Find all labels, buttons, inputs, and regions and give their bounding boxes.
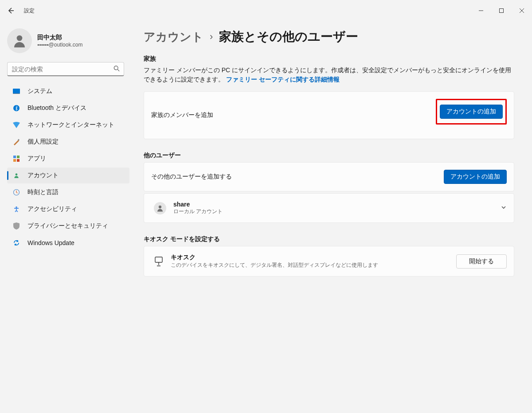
sidebar-item-personalization[interactable]: 個人用設定 [7, 134, 129, 150]
kiosk-description: このデバイスをキオスクにして、デジタル署名、対話型ディスプレイなどに使用します [171, 261, 378, 269]
minimize-icon [479, 8, 483, 13]
apps-icon [12, 155, 20, 163]
add-other-user-label: その他のユーザーを追加する [151, 173, 232, 181]
time-language-icon [12, 188, 20, 196]
svg-point-13 [16, 206, 17, 208]
kiosk-card: キオスク このデバイスをキオスクにして、デジタル署名、対話型ディスプレイなどに使… [144, 246, 514, 277]
svg-point-1 [17, 35, 23, 41]
add-other-account-button[interactable]: アカウントの追加 [444, 170, 507, 184]
sidebar-item-bluetooth[interactable]: Bluetooth とデバイス [7, 100, 129, 116]
sidebar-item-accounts[interactable]: アカウント [7, 168, 129, 183]
family-description: ファミリー メンバーがこの PC にサインインできるようにします。作成者は、安全… [144, 66, 514, 84]
highlight-annotation: アカウントの追加 [436, 99, 507, 125]
accessibility-icon [12, 205, 20, 213]
chevron-right-icon: › [210, 31, 213, 43]
nav-list: システム Bluetooth とデバイス ネットワークとインターネット 個人用設… [7, 83, 129, 251]
sidebar-item-label: アカウント [27, 171, 59, 179]
sidebar-item-time-language[interactable]: 時刻と言語 [7, 184, 129, 200]
personalization-icon [12, 138, 20, 146]
other-user-item[interactable]: share ローカル アカウント [144, 193, 514, 223]
svg-point-2 [114, 66, 118, 70]
sidebar-item-label: アプリ [27, 155, 46, 163]
svg-rect-9 [13, 159, 16, 162]
kiosk-heading: キオスク モードを設定する [144, 235, 514, 243]
person-icon [12, 33, 27, 49]
sidebar-item-label: 個人用設定 [27, 138, 59, 146]
system-icon [12, 87, 20, 95]
network-icon [12, 121, 20, 129]
sidebar-item-system[interactable]: システム [7, 83, 129, 99]
svg-rect-15 [155, 257, 162, 262]
close-button[interactable] [512, 4, 532, 18]
breadcrumb: アカウント › 家族とその他のユーザー [144, 28, 514, 45]
window-title: 設定 [24, 7, 35, 15]
content-area: アカウント › 家族とその他のユーザー 家族 ファミリー メンバーがこの PC … [133, 21, 532, 413]
profile-email: ▪▪▪▪▪▪@outlook.com [37, 42, 82, 48]
other-user-avatar [154, 202, 166, 214]
sidebar-item-network[interactable]: ネットワークとインターネット [7, 117, 129, 133]
sidebar-item-label: Bluetooth とデバイス [27, 104, 86, 112]
bluetooth-icon [12, 104, 20, 112]
kiosk-title: キオスク [171, 253, 378, 261]
sidebar-item-windows-update[interactable]: Windows Update [7, 235, 129, 251]
sidebar: 田中太郎 ▪▪▪▪▪▪@outlook.com システム Bluetooth と… [0, 21, 133, 413]
svg-rect-3 [13, 89, 20, 94]
shield-icon [12, 222, 20, 230]
search-icon [113, 66, 120, 73]
sidebar-item-label: プライバシーとセキュリティ [27, 222, 108, 230]
other-users-heading: 他のユーザー [144, 152, 514, 160]
avatar [7, 28, 32, 53]
sidebar-item-label: アクセシビリティ [27, 205, 77, 213]
family-safety-link[interactable]: ファミリー セーフティに関する詳細情報 [226, 76, 340, 83]
add-family-member-label: 家族のメンバーを追加 [151, 111, 213, 119]
arrow-left-icon [7, 7, 14, 14]
chevron-down-icon [501, 204, 507, 212]
svg-rect-10 [17, 159, 20, 162]
maximize-icon [499, 8, 504, 13]
breadcrumb-parent[interactable]: アカウント [144, 29, 203, 45]
sidebar-item-accessibility[interactable]: アクセシビリティ [7, 201, 129, 217]
sidebar-item-label: 時刻と言語 [27, 188, 59, 196]
kiosk-start-button[interactable]: 開始する [456, 254, 507, 269]
profile-name: 田中太郎 [37, 34, 82, 42]
other-user-type: ローカル アカウント [173, 208, 223, 215]
add-other-user-card: その他のユーザーを追加する アカウントの追加 [144, 162, 514, 191]
svg-point-11 [16, 173, 18, 175]
svg-rect-4 [13, 94, 20, 94]
family-section: 家族 ファミリー メンバーがこの PC にサインインできるようにします。作成者は… [144, 55, 514, 139]
sidebar-item-label: システム [27, 87, 52, 95]
minimize-button[interactable] [471, 4, 491, 18]
other-user-name: share [173, 201, 223, 208]
title-bar: 設定 [0, 0, 532, 21]
kiosk-icon [154, 257, 164, 266]
sidebar-item-label: Windows Update [27, 239, 74, 246]
close-icon [520, 8, 524, 13]
sidebar-item-apps[interactable]: アプリ [7, 151, 129, 167]
back-button[interactable] [5, 5, 16, 16]
kiosk-section: キオスク モードを設定する キオスク このデバイスをキオスクにして、デジタル署名… [144, 235, 514, 277]
search-input[interactable] [7, 62, 124, 76]
svg-point-14 [159, 205, 161, 208]
svg-rect-8 [17, 156, 20, 158]
accounts-icon [12, 171, 20, 179]
add-family-account-button[interactable]: アカウントの追加 [440, 105, 503, 119]
breadcrumb-current: 家族とその他のユーザー [219, 28, 358, 45]
family-heading: 家族 [144, 55, 514, 63]
search-box [7, 62, 124, 76]
svg-rect-7 [13, 156, 16, 158]
profile-block[interactable]: 田中太郎 ▪▪▪▪▪▪@outlook.com [7, 25, 129, 60]
sidebar-item-privacy[interactable]: プライバシーとセキュリティ [7, 218, 129, 234]
sidebar-item-label: ネットワークとインターネット [27, 121, 114, 129]
windows-update-icon [12, 239, 20, 247]
maximize-button[interactable] [491, 4, 512, 18]
svg-rect-0 [500, 9, 504, 13]
person-icon [156, 204, 164, 212]
other-users-section: 他のユーザー その他のユーザーを追加する アカウントの追加 share ローカル… [144, 152, 514, 223]
add-family-member-card: 家族のメンバーを追加 アカウントの追加 [144, 91, 514, 139]
